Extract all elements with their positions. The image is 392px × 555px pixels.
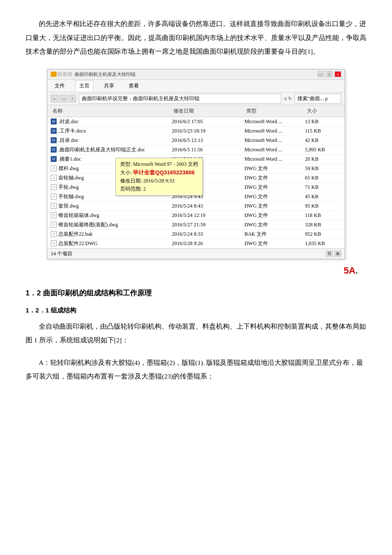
file-row[interactable]: W .工序卡.docx 2016/5/23 18:19 Microsoft Wo… xyxy=(47,127,345,136)
file-row[interactable]: □ 锥齿轮箱箱体.dwg 2016/5/24 12:19 DWG 文件 118 … xyxy=(47,211,345,220)
dwg-icon: □ xyxy=(51,194,57,199)
word-icon: W xyxy=(51,147,57,153)
file-size: 115 KB xyxy=(305,128,341,134)
col-name[interactable]: 名称 xyxy=(51,107,172,116)
file-type: Microsoft Word ... xyxy=(245,147,305,153)
large-icon-view-button[interactable]: ⊞ xyxy=(334,251,341,257)
file-size: 952 KB xyxy=(305,231,341,237)
col-size[interactable]: 大小 xyxy=(305,107,341,116)
file-type: DWG 文件 xyxy=(245,202,305,210)
file-date: 2016/5/23 18:19 xyxy=(172,128,245,134)
tab-file[interactable]: 文件 xyxy=(51,81,69,91)
address-path[interactable]: 曲面印刷机毕设完整 › 曲面印刷机主机座及大转印辊 xyxy=(79,94,281,104)
refresh-icon[interactable]: ↻ xyxy=(288,96,292,101)
file-row[interactable]: □ 总装配件22.DWG 2016/5/28 9:26 DWG 文件 1,035… xyxy=(47,239,345,249)
file-type: DWG 文件 xyxy=(245,165,305,172)
file-name: W .封皮.doc xyxy=(51,118,172,125)
dwg-icon: □ xyxy=(51,240,57,246)
file-size: 328 KB xyxy=(305,222,341,228)
file-date: 2016/5/24 8:33 xyxy=(172,231,245,237)
nav-buttons[interactable]: ← → ↑ xyxy=(51,95,76,102)
titlebar-controls[interactable]: — □ × xyxy=(317,71,341,77)
file-name: □ 总装配件22.DWG xyxy=(51,240,172,247)
view-buttons[interactable]: ☰ ⊞ xyxy=(326,251,341,257)
section-1-2-1-para-2: A：轮转印刷机构涉及有大胶辊(4)，墨辊箱(2)，版辊(1). 版辊及墨辊箱成组… xyxy=(26,356,366,384)
dropdown-icon[interactable]: ∨ xyxy=(284,96,287,101)
file-date: 2016/6/2 17:05 xyxy=(172,119,245,125)
file-size: 118 KB xyxy=(305,212,341,219)
file-row[interactable]: □ 总装配件22.bak 2016/5/24 8:33 BAK 文件 952 K… xyxy=(47,230,345,239)
addr-right: ∨ ↻ xyxy=(284,96,292,101)
word-icon: W xyxy=(51,119,57,124)
file-type: DWG 文件 xyxy=(245,212,305,219)
sa-logo-area: 5A. xyxy=(26,265,366,276)
minimize-button[interactable]: — xyxy=(317,71,324,77)
forward-button[interactable]: → xyxy=(60,95,67,102)
col-date[interactable]: 修改日期 xyxy=(172,107,245,116)
titlebar: 曲面印刷机主机座及大转印辊 — □ × xyxy=(47,69,345,80)
maximize-button[interactable]: □ xyxy=(326,71,333,77)
dwg-icon: □ xyxy=(51,165,57,171)
column-headers: 名称 修改日期 类型 大小 xyxy=(47,105,345,117)
file-name: □ 锥齿轮箱最终图(装配).dwg xyxy=(51,221,172,228)
file-row[interactable]: W .曲面印刷机主机座及大转印辊正文.doc 2016/6/5 11:56 Mi… xyxy=(47,145,345,155)
tooltip-date: 修改日期: 2016/5/28 9:33 xyxy=(120,177,198,185)
dwg-icon: □ xyxy=(51,184,57,190)
file-date: 2016/5/24 8:43 xyxy=(172,203,245,209)
file-size: 42 KB xyxy=(305,137,341,144)
tab-share[interactable]: 共享 xyxy=(100,81,118,91)
search-box[interactable]: 搜索"曲面... ρ xyxy=(294,94,341,104)
address-bar: ← → ↑ 曲面印刷机毕设完整 › 曲面印刷机主机座及大转印辊 ∨ ↻ 搜索"曲… xyxy=(47,92,345,105)
ribbon: 文件 主页 共享 查看 xyxy=(47,80,345,92)
file-size: 95 KB xyxy=(305,203,341,209)
file-date: 2016/5/24 12:19 xyxy=(172,212,245,219)
tab-home[interactable]: 主页 xyxy=(75,81,93,91)
dwg-icon: □ xyxy=(51,175,57,181)
word-icon: W xyxy=(51,137,57,143)
file-list: W .封皮.doc 2016/6/2 17:05 Microsoft Word … xyxy=(47,117,345,249)
file-date: 2016/6/5 11:56 xyxy=(172,147,245,153)
file-type: DWG 文件 xyxy=(245,174,305,182)
file-date: 2016/6/5 12:13 xyxy=(172,137,245,144)
file-type: Microsoft Word ... xyxy=(245,119,305,125)
tooltip-size: 大小: 毕计全套QQ3165223806 xyxy=(120,169,198,176)
dwg-icon: □ xyxy=(51,203,57,209)
file-row[interactable]: □ 锥齿轮箱最终图(装配).dwg 2016/5/27 21:59 DWG 文件… xyxy=(47,220,345,230)
tab-view[interactable]: 查看 xyxy=(125,81,143,91)
file-date: 2016/5/27 21:59 xyxy=(172,222,245,228)
file-type: BAK 文件 xyxy=(245,231,305,238)
file-row[interactable]: □ 套筒.dwg 2016/5/24 8:43 DWG 文件 95 KB xyxy=(47,202,345,211)
file-size: 1,035 KB xyxy=(305,240,341,247)
section-1-2-1-para-1: 全自动曲面印刷机，由凸版轮转印刷机构、传动装置、料盘机构、上下料机构和控制装置构… xyxy=(26,320,366,347)
section-1-2-1-heading: 1．2．1 组成结构 xyxy=(26,306,366,315)
file-row[interactable]: W .封皮.doc 2016/6/2 17:05 Microsoft Word … xyxy=(47,117,345,127)
section-1-2-heading: 1．2 曲面印刷机的组成结构和工作原理 xyxy=(26,288,366,298)
file-tooltip: 类型: Microsoft Word 97 - 2003 文档 大小: 毕计全套… xyxy=(115,158,203,196)
file-type: Microsoft Word ... xyxy=(245,128,305,134)
file-size: 5,995 KB xyxy=(305,147,341,153)
addr-segment-2: 曲面印刷机主机座及大转印辊 xyxy=(133,95,199,102)
dwg-icon: □ xyxy=(51,212,57,218)
file-date: 2016/5/28 9:26 xyxy=(172,240,245,247)
item-count: 14 个项目 xyxy=(51,250,72,257)
word-icon: W xyxy=(51,156,57,162)
up-button[interactable]: ↑ xyxy=(69,95,76,102)
tooltip-pages: 页码范围: 2 xyxy=(120,185,198,193)
titlebar-left: 曲面印刷机主机座及大转印辊 xyxy=(51,71,135,78)
col-type[interactable]: 类型 xyxy=(245,107,305,116)
file-row[interactable]: W .目录.doc 2016/6/5 12:13 Microsoft Word … xyxy=(47,136,345,145)
save-icon xyxy=(63,72,67,76)
file-size: 59 KB xyxy=(305,165,341,172)
undo-icon xyxy=(68,72,72,76)
file-name: W .曲面印刷机主机座及大转印辊正文.doc xyxy=(51,146,172,153)
close-button[interactable]: × xyxy=(334,71,341,77)
back-button[interactable]: ← xyxy=(51,95,58,102)
details-view-button[interactable]: ☰ xyxy=(326,251,333,257)
bak-icon: □ xyxy=(51,231,57,237)
titlebar-title: 曲面印刷机主机座及大转印辊 xyxy=(75,71,135,78)
file-type: DWG 文件 xyxy=(245,184,305,191)
file-name: W .目录.doc xyxy=(51,137,172,144)
file-size: 65 KB xyxy=(305,175,341,181)
folder-icon xyxy=(51,72,57,77)
file-name: □ 锥齿轮箱箱体.dwg xyxy=(51,212,172,219)
